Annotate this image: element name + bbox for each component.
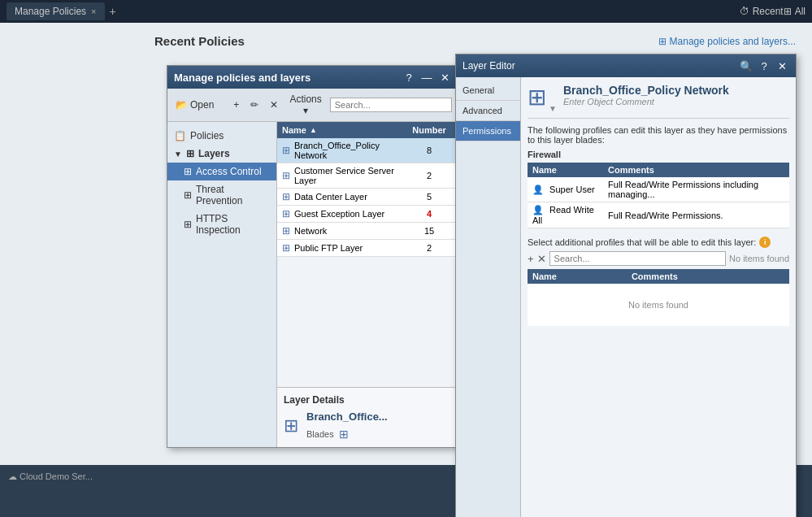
open-icon: 📂 (176, 99, 188, 111)
add-toolbar-button[interactable]: + (230, 98, 242, 112)
main-area: Recent Policies ⊞ Manage policies and la… (0, 23, 812, 488)
permissions-table: Name Comments 👤 Super User Full Read/Wri… (528, 163, 789, 228)
table-row[interactable]: ⊞ Branch_Office_Policy Network 8 (277, 138, 458, 163)
row-name: Guest Exception Layer (294, 209, 405, 219)
help-button[interactable]: ? (402, 70, 416, 85)
layers-icon: ⊞ (186, 148, 194, 159)
tab-close-button[interactable]: × (91, 7, 96, 16)
layer-big-icon: ⊞ (284, 415, 298, 437)
perm-comment-cell: Full Read/Write Permissions including ma… (603, 177, 789, 202)
minimize-button[interactable]: — (419, 70, 434, 85)
sidebar-item-threat-prevention[interactable]: ⊞ Threat Prevention (167, 180, 276, 210)
table-row[interactable]: ⊞ Network 15 (277, 223, 458, 240)
le-nav-advanced[interactable]: Advanced (456, 101, 520, 121)
layer-details-title: Layer Details (284, 394, 452, 406)
manage-sidebar: 📋 Policies ▼ ⊞ Layers ⊞ Access Control ⊞… (167, 122, 277, 447)
profiles-search-input[interactable] (549, 251, 726, 266)
perm-row[interactable]: 👤 Super User Full Read/Write Permissions… (528, 177, 789, 202)
open-label: Open (190, 99, 214, 111)
all-button[interactable]: ⊞ All (784, 6, 805, 17)
add-profiles-text: Select additional profiles that will be … (528, 237, 756, 247)
bottom-label: Cloud Demo Ser... (20, 471, 93, 481)
le-desc: The following profiles can edit this lay… (528, 125, 789, 145)
le-search-button[interactable]: 🔍 (739, 59, 753, 73)
sort-arrow-icon: ▲ (310, 126, 317, 134)
threat-prevention-icon: ⊞ (184, 189, 192, 201)
table-row[interactable]: ⊞ Customer Service Server Layer 2 (277, 163, 458, 189)
layer-row-icon: ⊞ (282, 225, 290, 237)
sidebar-item-policies[interactable]: 📋 Policies (167, 127, 276, 145)
https-inspection-label: HTTPS Inspection (196, 213, 270, 236)
layers-label: Layers (198, 148, 230, 159)
recent-button[interactable]: ⏱ Recent (740, 6, 784, 17)
le-nav-general[interactable]: General (456, 80, 520, 101)
le-close-button[interactable]: ✕ (775, 59, 789, 73)
profiles-remove-button[interactable]: ✕ (537, 253, 546, 265)
layer-details-content: ⊞ Branch_Office... Blades ⊞ (284, 411, 452, 441)
perm-row[interactable]: 👤 Read Write All Full Read/Write Permiss… (528, 202, 789, 228)
https-inspection-icon: ⊞ (184, 219, 192, 230)
row-name: Customer Service Server Layer (294, 166, 405, 185)
manage-link-icon: ⊞ (658, 36, 667, 47)
actions-button[interactable]: Actions ▾ (286, 92, 324, 118)
layers-table: Name ▲ Number ⊞ Branch_Office_Policy Net… (277, 122, 458, 387)
col-number-header: Number (405, 125, 454, 135)
row-num: 8 (405, 146, 454, 155)
layer-details-info: Branch_Office... Blades ⊞ (306, 411, 388, 441)
edit-toolbar-button[interactable]: ✏ (247, 98, 262, 112)
layer-row-icon: ⊞ (282, 208, 290, 219)
col-name-header: Name ▲ (282, 125, 405, 135)
perm-col-comments: Comments (603, 163, 789, 177)
perm-name-cell: 👤 Super User (528, 177, 603, 202)
row-name: Network (294, 226, 405, 236)
le-icon-container: ⊞ ▼ (528, 84, 557, 113)
sidebar-item-https-inspection[interactable]: ⊞ HTTPS Inspection (167, 210, 276, 239)
all-label: All (795, 6, 805, 17)
recent-header: Recent Policies ⊞ Manage policies and la… (0, 23, 812, 54)
manage-dialog-title: Manage policies and layers (174, 72, 310, 84)
user-icon: 👤 (532, 185, 544, 194)
open-button[interactable]: 📂 Open (172, 98, 217, 112)
recent-label: Recent (753, 6, 784, 17)
actions-label: Actions ▾ (289, 93, 321, 116)
layer-name-big: Branch_Office... (306, 411, 388, 423)
manage-link[interactable]: ⊞ Manage policies and layers... (658, 36, 796, 47)
manage-dialog-titlebar: Manage policies and layers ? — ✕ (167, 66, 458, 89)
layer-row-icon: ⊞ (282, 145, 290, 156)
access-control-label: Access Control (196, 166, 262, 177)
sidebar-item-access-control[interactable]: ⊞ Access Control (167, 163, 276, 180)
profiles-no-items-msg: No items found (528, 284, 789, 326)
layer-editor-controls: 🔍 ? ✕ (739, 59, 789, 73)
sidebar-item-layers-parent[interactable]: ▼ ⊞ Layers (167, 145, 276, 163)
delete-toolbar-button[interactable]: ✕ (267, 98, 281, 112)
table-row[interactable]: ⊞ Data Center Layer 5 (277, 189, 458, 206)
row-num: 2 (405, 243, 454, 253)
no-items-right: No items found (729, 254, 789, 263)
layer-row-icon: ⊞ (282, 191, 290, 202)
profiles-toolbar: + ✕ No items found (528, 251, 789, 266)
user-icon: 👤 (532, 205, 544, 215)
row-name: Public FTP Layer (294, 243, 405, 253)
close-button[interactable]: ✕ (437, 70, 452, 85)
new-tab-button[interactable]: + (110, 5, 116, 18)
le-title-block: Branch_Office_Policy Network Enter Objec… (563, 84, 729, 106)
le-layer-icon: ⊞ (528, 85, 546, 110)
le-help-button[interactable]: ? (757, 59, 771, 73)
search-input[interactable] (330, 98, 452, 112)
table-row[interactable]: ⊞ Public FTP Layer 2 (277, 240, 458, 257)
tab-label: Manage Policies (15, 6, 86, 17)
table-row[interactable]: ⊞ Guest Exception Layer 4 (277, 206, 458, 223)
profiles-no-items-row: No items found (528, 284, 789, 326)
manage-policies-tab[interactable]: Manage Policies × (7, 2, 105, 20)
layer-row-icon: ⊞ (282, 170, 290, 181)
le-layer-comment: Enter Object Comment (563, 97, 729, 106)
profiles-add-button[interactable]: + (528, 253, 534, 265)
info-icon: i (759, 237, 771, 248)
profiles-col-name: Name (528, 269, 627, 284)
policies-label: Policies (190, 130, 224, 141)
manage-dialog-controls: ? — ✕ (402, 70, 452, 85)
recent-title: Recent Policies (154, 34, 245, 48)
le-nav-permissions[interactable]: Permissions (456, 121, 520, 141)
blades-icon[interactable]: ⊞ (339, 428, 349, 441)
row-name: Data Center Layer (294, 192, 405, 202)
